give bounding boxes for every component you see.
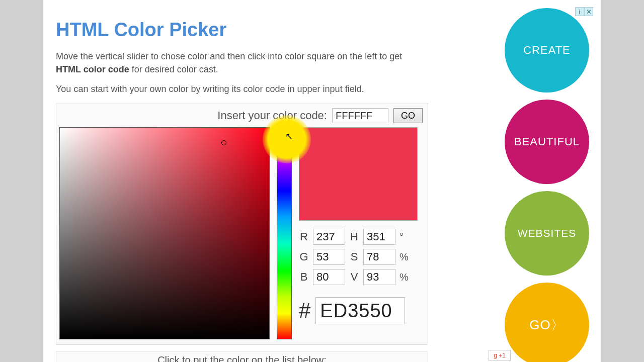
g-label: G [299,250,309,263]
g-input[interactable] [313,249,345,265]
color-swatch [299,127,418,221]
intro-bold: HTML color code [56,64,129,74]
r-input[interactable] [313,229,345,245]
color-code-input[interactable] [332,108,388,123]
hue-slider[interactable]: ↖ [277,127,292,339]
value-grid: R H ° G S % B [299,229,425,324]
saturation-value-square[interactable] [59,127,270,339]
ad-close-icon[interactable]: ✕ [584,7,593,16]
intro-before: Move the vertical slider to chose color … [56,51,402,61]
s-unit: % [399,251,409,263]
b-input[interactable] [313,269,345,285]
h-label: H [349,230,359,243]
picker-readout: R H ° G S % B [299,127,425,339]
insert-bar: Insert your color code: GO [56,104,428,127]
ad-circle-beautiful[interactable]: BEAUTIFUL [505,100,589,184]
sv-cursor-icon [221,140,226,145]
intro-text: Move the vertical slider to chose color … [56,50,418,76]
ad-controls: i ✕ [575,7,593,16]
h-input[interactable] [363,229,395,245]
v-input[interactable] [363,269,395,285]
ad-circle-websites[interactable]: WEBSITES [505,191,589,276]
ad-circle-create[interactable]: CREATE [505,8,589,93]
picker-body: ↖ R H ° G S [56,127,428,344]
insert-label: Insert your color code: [217,109,327,122]
v-unit: % [399,272,409,283]
s-label: S [349,250,359,263]
ad-column: i ✕ CREATE BEAUTIFUL WEBSITES GO〉 [502,8,592,362]
color-picker-panel: Insert your color code: GO ↖ R H [56,104,428,345]
ad-circle-go[interactable]: GO〉 [505,283,589,362]
intro-after: for desired color cast. [129,64,218,74]
s-input[interactable] [363,249,395,265]
hue-thumb-icon[interactable] [274,129,294,134]
footer-hint: Click to put the color on the list below… [56,351,428,362]
page: HTML Color Picker Move the vertical slid… [43,0,601,362]
r-label: R [299,230,309,243]
h-unit: ° [399,231,409,243]
google-plus-badge[interactable]: g +1 [489,350,511,361]
hex-hash: # [299,299,310,323]
b-label: B [299,270,309,284]
v-label: V [349,270,359,284]
hex-input[interactable] [315,297,405,324]
go-button[interactable]: GO [393,108,423,123]
ad-info-icon[interactable]: i [575,7,584,16]
